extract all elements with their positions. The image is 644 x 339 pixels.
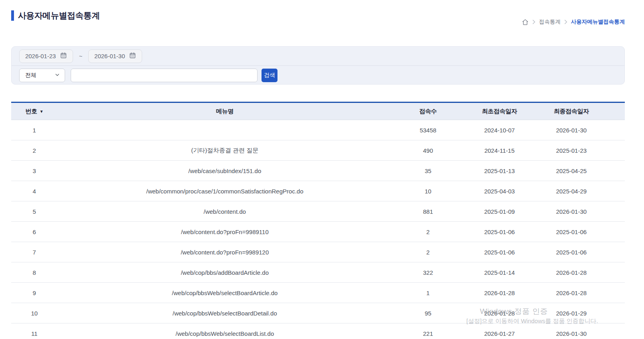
date-filter-row: 2026-01-23 ~ 2026-01-30 — [12, 47, 624, 66]
breadcrumb: 접속통계 사용자메뉴별접속통계 — [522, 18, 625, 26]
cell-no: 3 — [11, 161, 57, 181]
chevron-down-icon — [55, 72, 60, 79]
calendar-icon — [60, 52, 67, 60]
cell-last-access-date: 2026-01-29 — [535, 303, 608, 323]
cell-hit-count: 53458 — [392, 120, 464, 140]
row-spacer — [608, 222, 625, 242]
cell-hit-count: 322 — [392, 262, 464, 283]
chevron-right-icon — [564, 20, 567, 24]
page-header: 사용자메뉴별접속통계 접속통계 사용자메뉴별접속통계 — [11, 0, 625, 29]
cell-menu-name: /web/cop/bbsWeb/selectBoardList.do — [57, 323, 392, 339]
cell-menu-name — [57, 120, 392, 140]
date-from-picker[interactable]: 2026-01-23 — [19, 49, 73, 63]
row-spacer — [608, 140, 625, 161]
cell-last-access-date: 2025-04-25 — [535, 161, 608, 181]
row-spacer — [608, 283, 625, 303]
filter-panel: 2026-01-23 ~ 2026-01-30 — [11, 46, 625, 85]
chevron-right-icon — [532, 20, 535, 24]
cell-no: 5 — [11, 201, 57, 222]
sort-desc-icon: ▼ — [40, 109, 44, 114]
row-spacer — [608, 161, 625, 181]
table-row: 3/web/case/subIndex/151.do352025-01-1320… — [11, 161, 625, 181]
cell-menu-name: /web/cop/bbsWeb/selectBoardDetail.do — [57, 303, 392, 323]
row-spacer — [608, 120, 625, 140]
cell-last-access-date: 2025-01-06 — [535, 242, 608, 262]
cell-last-access-date: 2025-01-06 — [535, 222, 608, 242]
search-filter-row: 전체 검색 — [12, 66, 624, 85]
cell-hit-count: 2 — [392, 222, 464, 242]
cell-hit-count: 95 — [392, 303, 464, 323]
calendar-icon — [129, 52, 136, 60]
date-to-value: 2026-01-30 — [94, 53, 125, 59]
cell-no: 10 — [11, 303, 57, 323]
cell-first-access-date: 2025-01-13 — [464, 161, 535, 181]
cell-first-access-date: 2025-01-09 — [464, 201, 535, 222]
cell-last-access-date: 2026-01-30 — [535, 323, 608, 339]
page: 사용자메뉴별접속통계 접속통계 사용자메뉴별접속통계 2026-01-23 — [0, 0, 644, 339]
row-spacer — [608, 323, 625, 339]
cell-last-access-date: 2025-04-29 — [535, 181, 608, 201]
table-row: 8/web/cop/bbs/addBoardArticle.do3222025-… — [11, 262, 625, 283]
column-header-4: 최종접속일자 — [535, 102, 608, 120]
cell-menu-name: /web/cop/bbsWeb/selectBoardArticle.do — [57, 283, 392, 303]
cell-first-access-date: 2025-01-06 — [464, 242, 535, 262]
column-label: 최종접속일자 — [554, 108, 589, 114]
column-label: 메뉴명 — [216, 108, 234, 114]
column-label: 번호 — [25, 108, 37, 114]
cell-no: 9 — [11, 283, 57, 303]
row-spacer — [608, 242, 625, 262]
cell-no: 8 — [11, 262, 57, 283]
table-row: 2(기타)절차종결 관련 질문4902024-11-152025-01-23 — [11, 140, 625, 161]
cell-no: 11 — [11, 323, 57, 339]
table-row: 9/web/cop/bbsWeb/selectBoardArticle.do12… — [11, 283, 625, 303]
cell-first-access-date: 2025-04-03 — [464, 181, 535, 201]
category-select[interactable]: 전체 — [19, 69, 65, 82]
table-row: 1534582024-10-072026-01-30 — [11, 120, 625, 140]
stats-table-body: 1534582024-10-072026-01-302(기타)절차종결 관련 질… — [11, 120, 625, 339]
column-header-0[interactable]: 번호▼ — [11, 102, 57, 120]
cell-menu-name: /web/case/subIndex/151.do — [57, 161, 392, 181]
cell-menu-name: /web/common/proc/case/1/commonSatisfacti… — [57, 181, 392, 201]
page-title: 사용자메뉴별접속통계 — [18, 10, 100, 21]
cell-last-access-date: 2026-01-28 — [535, 262, 608, 283]
search-button[interactable]: 검색 — [262, 69, 277, 82]
home-icon[interactable] — [522, 19, 529, 26]
breadcrumb-item-current: 사용자메뉴별접속통계 — [571, 18, 625, 26]
breadcrumb-item-stats[interactable]: 접속통계 — [539, 18, 561, 26]
cell-menu-name: (기타)절차종결 관련 질문 — [57, 140, 392, 161]
cell-first-access-date: 2025-01-14 — [464, 262, 535, 283]
table-row: 7/web/content.do?proFn=998912022025-01-0… — [11, 242, 625, 262]
table-row: 5/web/content.do8812025-01-092026-01-30 — [11, 201, 625, 222]
cell-no: 6 — [11, 222, 57, 242]
cell-hit-count: 35 — [392, 161, 464, 181]
cell-no: 7 — [11, 242, 57, 262]
cell-menu-name: /web/content.do — [57, 201, 392, 222]
search-input[interactable] — [71, 69, 258, 82]
stats-table-header: 번호▼메뉴명접속수최초접속일자최종접속일자 — [11, 102, 625, 120]
date-to-picker[interactable]: 2026-01-30 — [88, 49, 142, 63]
title-accent-bar — [11, 10, 14, 21]
row-spacer — [608, 303, 625, 323]
cell-first-access-date: 2024-11-15 — [464, 140, 535, 161]
cell-menu-name: /web/cop/bbs/addBoardArticle.do — [57, 262, 392, 283]
table-row: 4/web/common/proc/case/1/commonSatisfact… — [11, 181, 625, 201]
column-label: 접속수 — [419, 108, 437, 114]
cell-hit-count: 10 — [392, 181, 464, 201]
row-spacer — [608, 181, 625, 201]
cell-last-access-date: 2026-01-28 — [535, 283, 608, 303]
column-header-1: 메뉴명 — [57, 102, 392, 120]
table-row: 6/web/content.do?proFn=998911022025-01-0… — [11, 222, 625, 242]
cell-first-access-date: 2025-01-06 — [464, 222, 535, 242]
cell-first-access-date: 2026-01-27 — [464, 323, 535, 339]
header-spacer — [608, 102, 625, 120]
cell-no: 4 — [11, 181, 57, 201]
date-from-value: 2026-01-23 — [25, 53, 56, 59]
cell-first-access-date: 2026-01-28 — [464, 283, 535, 303]
cell-hit-count: 2 — [392, 242, 464, 262]
row-spacer — [608, 262, 625, 283]
table-row: 11/web/cop/bbsWeb/selectBoardList.do2212… — [11, 323, 625, 339]
stats-table: 번호▼메뉴명접속수최초접속일자최종접속일자 1534582024-10-0720… — [11, 102, 625, 339]
cell-menu-name: /web/content.do?proFn=9989110 — [57, 222, 392, 242]
cell-last-access-date: 2026-01-30 — [535, 201, 608, 222]
cell-last-access-date: 2025-01-23 — [535, 140, 608, 161]
